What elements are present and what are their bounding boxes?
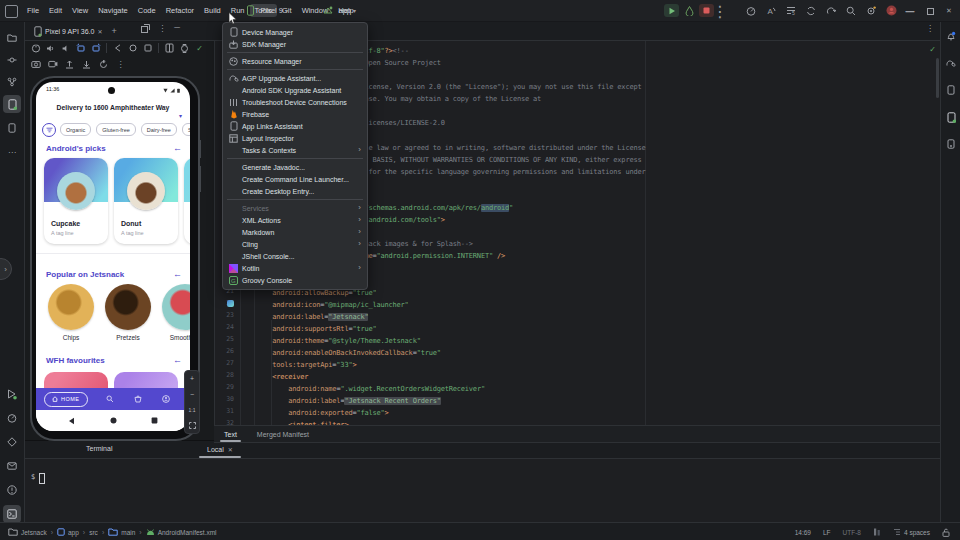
maximize-button[interactable] bbox=[922, 3, 938, 19]
menu-item-create-command-line-launcher[interactable]: Create Command Line Launcher... bbox=[223, 173, 367, 185]
caret-position[interactable]: 14:69 bbox=[795, 529, 811, 536]
strip-project-folder-icon[interactable] bbox=[3, 29, 21, 47]
code-line-31[interactable]: android:exported="false"> bbox=[240, 407, 389, 419]
snack-card-donut[interactable]: DonutA tag line bbox=[114, 158, 178, 244]
nav-home-button[interactable]: HOME bbox=[44, 392, 88, 407]
power-icon[interactable] bbox=[29, 42, 42, 54]
code-line-25[interactable]: android:theme="@style/Theme.Jetsnack" bbox=[240, 335, 421, 347]
arrow-left-icon[interactable]: ← bbox=[173, 143, 182, 153]
menu-code[interactable]: Code bbox=[133, 4, 161, 17]
screenshot-icon[interactable] bbox=[29, 58, 42, 70]
todo-list-icon[interactable]: 5 bbox=[784, 4, 798, 18]
wear-icon[interactable] bbox=[178, 42, 191, 54]
device-selector[interactable]: Pixel 9 ▾ bbox=[242, 0, 288, 21]
indent-setting[interactable]: 4 spaces bbox=[893, 528, 930, 536]
breadcrumb-main[interactable]: main bbox=[108, 528, 135, 536]
filter-chip-organic[interactable]: Organic bbox=[60, 123, 91, 136]
lock-icon[interactable] bbox=[942, 528, 950, 537]
menu-item-sdk-manager[interactable]: SDK Manager bbox=[223, 38, 367, 50]
menu-file[interactable]: File bbox=[22, 4, 44, 17]
kebab-icon[interactable]: ⋮ bbox=[114, 58, 127, 70]
run-config-selector[interactable]: app ▾ bbox=[320, 0, 356, 21]
manifest-tab-text[interactable]: Text bbox=[214, 426, 247, 442]
strip-profiler-icon[interactable] bbox=[3, 409, 21, 427]
strip-problems-icon[interactable] bbox=[3, 481, 21, 499]
menu-item-firebase[interactable]: Firebase bbox=[223, 108, 367, 120]
learn-icon[interactable] bbox=[824, 4, 838, 18]
popular-photo-pretzels[interactable] bbox=[105, 284, 151, 330]
menu-item-jshell-console[interactable]: JShell Console... bbox=[223, 250, 367, 262]
arrow-left-icon[interactable]: ← bbox=[173, 355, 182, 365]
breadcrumb-src[interactable]: src bbox=[89, 529, 98, 536]
profiler-icon[interactable] bbox=[744, 4, 758, 18]
code-line-22[interactable]: android:icon="@mipmap/ic_launcher" bbox=[240, 299, 409, 311]
arrow-left-icon[interactable]: ← bbox=[173, 269, 182, 279]
menu-item-device-manager[interactable]: Device Manager bbox=[223, 26, 367, 38]
check-icon[interactable]: ✓ bbox=[193, 42, 206, 54]
code-line-30[interactable]: android:label="Jetsnack Recent Orders" bbox=[240, 395, 441, 407]
code-line-24[interactable]: android:supportsRtl="true" bbox=[240, 323, 377, 335]
menu-item-app-links-assistant[interactable]: App Links Assistant bbox=[223, 120, 367, 132]
menu-item-resource-manager[interactable]: Resource Manager bbox=[223, 55, 367, 67]
avatar[interactable] bbox=[884, 4, 898, 18]
filter-chip-sweet[interactable]: Sweet bbox=[182, 123, 190, 136]
rotate-left-icon[interactable] bbox=[74, 42, 87, 54]
delivery-address[interactable]: Delivery to 1600 Amphitheater Way bbox=[36, 104, 190, 111]
strip-running-devices-icon[interactable] bbox=[3, 95, 21, 113]
editor-tab-options-icon[interactable]: ⋮ bbox=[926, 24, 934, 33]
snack-card-cupcake[interactable]: CupcakeA tag line bbox=[44, 158, 108, 244]
rotate-right-icon[interactable] bbox=[89, 42, 102, 54]
phone-screen[interactable]: 11:36 Delivery to 1600 Amphitheater Way … bbox=[36, 82, 190, 431]
column-select-icon[interactable] bbox=[873, 528, 881, 536]
launcher-icon-gutter-preview[interactable] bbox=[227, 300, 234, 307]
code-line-29[interactable]: android:name=".widget.RecentOrdersWidget… bbox=[240, 383, 485, 395]
strip-todo-icon[interactable] bbox=[3, 457, 21, 475]
inspection-ok-icon[interactable]: ✓ bbox=[929, 45, 936, 54]
strip-structure-icon[interactable] bbox=[3, 73, 21, 91]
code-line-28[interactable]: <receiver bbox=[240, 371, 308, 383]
menu-build[interactable]: Build bbox=[199, 4, 226, 17]
new-tab-icon[interactable]: + bbox=[111, 26, 116, 36]
zoom-reset-button[interactable]: 1:1 bbox=[189, 407, 196, 413]
strip-app-insights-icon[interactable] bbox=[3, 433, 21, 451]
menu-navigate[interactable]: Navigate bbox=[93, 4, 133, 17]
running-device-tab[interactable]: Pixel 9 API 36.0 ✕ + bbox=[34, 23, 117, 39]
strip-terminal-icon[interactable] bbox=[3, 505, 21, 523]
more-run-actions-icon[interactable]: ⋮ bbox=[712, 3, 728, 19]
menu-item-generate-javadoc[interactable]: Generate Javadoc... bbox=[223, 161, 367, 173]
code-line-23[interactable]: android:label="Jetsnack" bbox=[240, 311, 368, 323]
code-line-26[interactable]: android:enableOnBackInvokedCallback="tru… bbox=[240, 347, 441, 359]
breadcrumb-app[interactable]: app bbox=[57, 528, 79, 536]
strip-gradle-icon[interactable] bbox=[942, 54, 960, 72]
editor-scrollbar[interactable] bbox=[936, 58, 939, 98]
menu-item-markdown[interactable]: Markdown› bbox=[223, 226, 367, 238]
filters-icon[interactable] bbox=[42, 123, 56, 137]
nav-search-button[interactable] bbox=[106, 395, 114, 403]
manifest-tab-merged-manifest[interactable]: Merged Manifest bbox=[247, 426, 319, 442]
terminal-tab-local[interactable]: Local ✕ bbox=[207, 441, 233, 458]
overview-icon[interactable] bbox=[141, 42, 154, 54]
reset-icon[interactable] bbox=[97, 58, 110, 70]
minimize-button[interactable]: – bbox=[902, 3, 918, 19]
settings-icon[interactable] bbox=[864, 4, 878, 18]
menu-item-cling[interactable]: Cling› bbox=[223, 238, 367, 250]
breadcrumb-androidmanifest-xml[interactable]: AndroidManifest.xml bbox=[146, 529, 217, 536]
strip-device-manager-icon[interactable] bbox=[3, 119, 21, 137]
run-button[interactable] bbox=[664, 4, 679, 17]
back-triangle-icon[interactable] bbox=[68, 417, 76, 425]
filter-chip-gluten-free[interactable]: Gluten-free bbox=[96, 123, 136, 136]
close-button[interactable]: ✕ bbox=[941, 3, 957, 19]
strip-device-manager-icon[interactable] bbox=[942, 81, 960, 99]
menu-refactor[interactable]: Refactor bbox=[161, 4, 199, 17]
terminal-output[interactable]: $ bbox=[24, 459, 960, 522]
overview-square-icon[interactable] bbox=[151, 417, 158, 424]
code-line-27[interactable]: tools:targetApi="33"> bbox=[240, 359, 356, 371]
hide-panel-icon[interactable]: ─ bbox=[174, 24, 180, 33]
menu-edit[interactable]: Edit bbox=[44, 4, 67, 17]
apply-changes-button[interactable] bbox=[681, 3, 697, 19]
close-tab-icon[interactable]: ✕ bbox=[228, 446, 233, 453]
expand-delivery-icon[interactable]: ▾ bbox=[179, 104, 182, 122]
record-icon[interactable] bbox=[46, 58, 59, 70]
panel-options-icon[interactable]: ⋮ bbox=[158, 24, 166, 33]
menu-view[interactable]: View bbox=[67, 4, 93, 17]
